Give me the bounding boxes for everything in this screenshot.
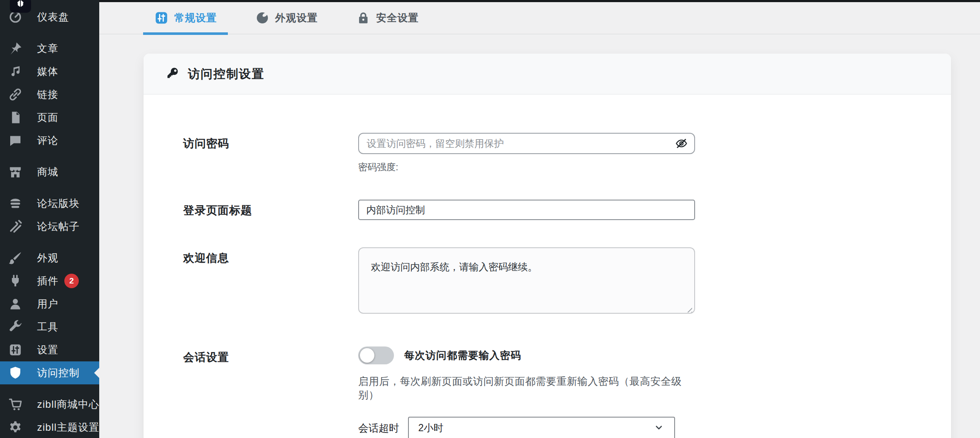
forum-sections-icon xyxy=(7,195,24,212)
login-title-label: 登录页面标题 xyxy=(183,200,358,220)
sidebar-item-label: 论坛版块 xyxy=(37,197,80,210)
login-title-input[interactable] xyxy=(358,200,695,220)
sidebar-item-label: 论坛帖子 xyxy=(37,220,80,233)
sliders-icon xyxy=(7,341,24,358)
main-content: 常规设置 外观设置 安全设置 访问控制设置 访问密码 xyxy=(99,0,980,438)
card-header: 访问控制设置 xyxy=(144,54,951,94)
field-row-login-title: 登录页面标题 xyxy=(183,200,951,220)
sidebar-item-label: 媒体 xyxy=(37,65,58,78)
sidebar-item-plugins[interactable]: 插件 2 xyxy=(0,269,99,292)
sidebar-item-label: 用户 xyxy=(37,297,58,311)
chevron-down-icon xyxy=(653,421,665,435)
welcome-label: 欢迎信息 xyxy=(183,247,358,315)
sidebar-item-label: 仪表盘 xyxy=(37,10,69,24)
sidebar-item-pages[interactable]: 页面 xyxy=(0,106,99,129)
sidebar-item-label: 商城 xyxy=(37,165,58,179)
sidebar-item-label: 外观 xyxy=(37,251,58,265)
sidebar: 仪表盘 文章 媒体 链接 页面 评论 xyxy=(0,0,99,438)
page-title: 访问控制设置 xyxy=(188,66,264,82)
sidebar-nav: 仪表盘 文章 媒体 链接 页面 评论 xyxy=(0,0,99,438)
brush-icon xyxy=(7,249,24,266)
sidebar-item-forum-posts[interactable]: 论坛帖子 xyxy=(0,215,99,238)
pushpin-icon xyxy=(7,40,24,57)
media-icon xyxy=(7,63,24,80)
link-icon xyxy=(7,86,24,103)
sidebar-item-label: 访问控制 xyxy=(37,366,80,380)
require-password-toggle[interactable] xyxy=(358,346,394,364)
tab-security-settings[interactable]: 安全设置 xyxy=(345,2,430,34)
tab-bar: 常规设置 外观设置 安全设置 xyxy=(99,2,980,34)
sidebar-item-shop[interactable]: 商城 xyxy=(0,160,99,183)
sidebar-item-label: 文章 xyxy=(37,42,58,55)
sidebar-item-media[interactable]: 媒体 xyxy=(0,60,99,83)
admin-screen: 仪表盘 文章 媒体 链接 页面 评论 xyxy=(0,0,980,438)
session-timeout-select[interactable]: 2小时 xyxy=(408,417,675,438)
toggle-label: 每次访问都需要输入密码 xyxy=(404,349,521,362)
palette-icon xyxy=(255,11,270,25)
session-description: 启用后，每次刷新页面或访问新页面都需要重新输入密码（最高安全级别） xyxy=(358,375,695,402)
tab-label: 安全设置 xyxy=(376,11,419,25)
session-label: 会话设置 xyxy=(183,346,358,438)
toggle-knob xyxy=(360,348,374,363)
comment-icon xyxy=(7,132,24,149)
session-timeout-value: 2小时 xyxy=(418,421,443,435)
wrench-icon xyxy=(7,318,24,335)
eye-slash-icon[interactable] xyxy=(675,137,688,150)
sidebar-item-label: 链接 xyxy=(37,88,58,101)
key-icon xyxy=(166,66,179,81)
sidebar-item-links[interactable]: 链接 xyxy=(0,83,99,106)
sidebar-item-posts[interactable]: 文章 xyxy=(0,37,99,60)
session-timeout-label: 会话超时 xyxy=(358,421,399,435)
card-body: 访问密码 密码强度: 登录页面标题 xyxy=(144,94,951,438)
gear-icon xyxy=(7,419,24,436)
field-row-welcome: 欢迎信息 欢迎访问内部系统，请输入密码继续。 xyxy=(183,247,951,315)
sidebar-item-tools[interactable]: 工具 xyxy=(0,315,99,338)
password-strength-text: 密码强度: xyxy=(358,161,695,174)
page-icon xyxy=(7,109,24,126)
overlay-badge xyxy=(10,0,31,13)
sidebar-item-label: 工具 xyxy=(37,320,58,334)
sidebar-item-label: 页面 xyxy=(37,111,58,124)
welcome-textarea[interactable]: 欢迎访问内部系统，请输入密码继续。 xyxy=(358,247,695,314)
sidebar-item-label: 评论 xyxy=(37,134,58,147)
sidebar-item-label: zibll商城中心 xyxy=(37,398,99,411)
field-row-session: 会话设置 每次访问都需要输入密码 启用后，每次刷新页面或访问新页面都需要重新输入… xyxy=(183,346,951,438)
sidebar-item-users[interactable]: 用户 xyxy=(0,292,99,315)
user-icon xyxy=(7,295,24,312)
sidebar-item-zibll-theme-settings[interactable]: zibll主题设置 xyxy=(0,416,99,438)
sidebar-item-access-control[interactable]: 访问控制 xyxy=(0,361,99,384)
field-row-password: 访问密码 密码强度: xyxy=(183,133,951,174)
sidebar-item-comments[interactable]: 评论 xyxy=(0,129,99,152)
brain-icon xyxy=(15,0,26,11)
password-label: 访问密码 xyxy=(183,133,358,174)
sidebar-item-zibll-shop-center[interactable]: zibll商城中心 xyxy=(0,393,99,416)
shield-icon xyxy=(7,364,24,381)
tab-appearance-settings[interactable]: 外观设置 xyxy=(244,2,329,34)
sidebar-item-forum-sections[interactable]: 论坛版块 xyxy=(0,192,99,215)
sidebar-item-label: 插件 xyxy=(37,274,58,288)
sidebar-item-appearance[interactable]: 外观 xyxy=(0,246,99,269)
sidebar-item-label: 设置 xyxy=(37,343,58,357)
password-input[interactable] xyxy=(358,133,695,154)
tab-general-settings[interactable]: 常规设置 xyxy=(143,2,228,34)
settings-card: 访问控制设置 访问密码 密码强度: 登录页面标题 xyxy=(144,54,951,438)
update-count-badge: 2 xyxy=(64,274,79,288)
sidebar-item-label: zibll主题设置 xyxy=(37,421,99,434)
sidebar-item-settings[interactable]: 设置 xyxy=(0,338,99,361)
store-icon xyxy=(7,163,24,180)
forum-posts-icon xyxy=(7,218,24,235)
tab-label: 外观设置 xyxy=(275,11,318,25)
tab-label: 常规设置 xyxy=(174,11,217,25)
lock-icon xyxy=(356,11,371,25)
plugin-icon xyxy=(7,272,24,289)
cart-icon xyxy=(7,396,24,413)
sliders-icon xyxy=(154,11,169,25)
